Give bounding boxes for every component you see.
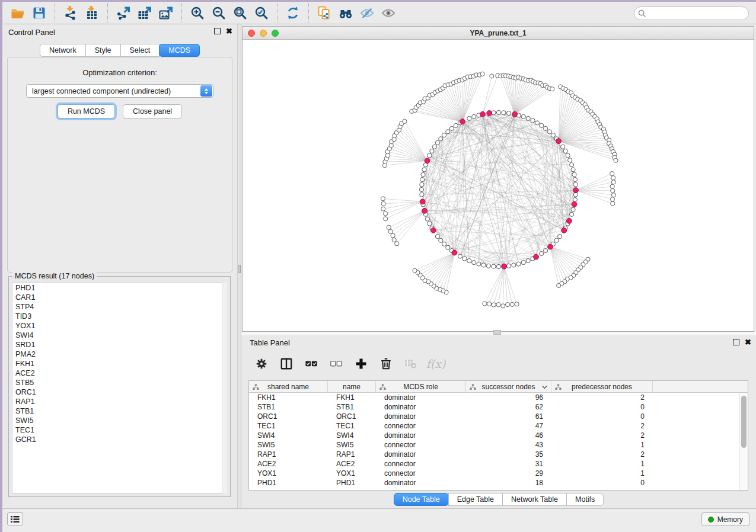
- network-node[interactable]: [467, 116, 471, 120]
- network-node[interactable]: [550, 87, 554, 91]
- network-node[interactable]: [610, 172, 614, 176]
- tab-network-table[interactable]: Network Table: [502, 493, 567, 506]
- network-node[interactable]: [526, 116, 530, 120]
- network-hub-node[interactable]: [572, 201, 577, 207]
- zoom-out-button[interactable]: [208, 4, 229, 22]
- network-node[interactable]: [540, 123, 544, 127]
- split-pane-button[interactable]: [278, 355, 295, 372]
- network-hub-node[interactable]: [420, 199, 425, 204]
- network-node[interactable]: [512, 263, 516, 267]
- network-node[interactable]: [381, 201, 385, 206]
- network-hub-node[interactable]: [562, 228, 567, 233]
- network-node[interactable]: [439, 137, 443, 141]
- tab-style[interactable]: Style: [85, 44, 121, 57]
- column-header-mcds-role[interactable]: MCDS role: [376, 381, 466, 393]
- cell-shared-name[interactable]: FKH1: [249, 393, 328, 402]
- network-node[interactable]: [384, 217, 388, 221]
- cell-mcds-role[interactable]: dominator: [376, 393, 466, 402]
- deselect-all-button[interactable]: [328, 355, 344, 372]
- show-all-button[interactable]: [378, 4, 399, 22]
- network-node[interactable]: [610, 197, 614, 201]
- cell-name[interactable]: SWI4: [328, 431, 376, 440]
- network-node[interactable]: [496, 264, 500, 268]
- network-node[interactable]: [551, 133, 555, 137]
- network-node[interactable]: [502, 111, 506, 115]
- network-node[interactable]: [521, 261, 525, 265]
- cell-shared-name[interactable]: ORC1: [249, 412, 328, 421]
- cell-successor-nodes[interactable]: 46: [466, 431, 551, 440]
- network-node[interactable]: [490, 74, 494, 78]
- horizontal-splitter-handle[interactable]: [493, 330, 501, 335]
- cell-shared-name[interactable]: TEC1: [249, 422, 328, 430]
- cell-mcds-role[interactable]: dominator: [376, 412, 466, 421]
- cell-predecessor-nodes[interactable]: 1: [551, 460, 653, 468]
- network-node[interactable]: [420, 182, 424, 187]
- cell-shared-name[interactable]: ACE2: [249, 460, 328, 468]
- cell-name[interactable]: ACE2: [328, 460, 376, 468]
- table-row-phd1[interactable]: PHD1PHD1dominator180: [249, 478, 739, 488]
- cell-predecessor-nodes[interactable]: 1: [551, 441, 653, 449]
- cell-name[interactable]: YOX1: [328, 469, 376, 477]
- vertical-splitter[interactable]: [237, 24, 241, 508]
- cell-mcds-role[interactable]: connector: [376, 422, 466, 430]
- network-node[interactable]: [432, 145, 436, 149]
- network-node[interactable]: [384, 211, 388, 216]
- select-all-button[interactable]: [303, 355, 320, 372]
- network-node[interactable]: [570, 212, 574, 216]
- network-canvas[interactable]: [243, 40, 754, 331]
- network-hub-node[interactable]: [480, 111, 486, 117]
- cell-name[interactable]: RAP1: [328, 450, 376, 459]
- cell-successor-nodes[interactable]: 29: [466, 469, 551, 477]
- network-node[interactable]: [571, 168, 575, 172]
- table-row-swi5[interactable]: SWI5SWI5connector431: [249, 440, 739, 450]
- network-node[interactable]: [381, 197, 385, 201]
- network-window-titlebar[interactable]: YPA_prune.txt_1: [243, 27, 754, 40]
- cell-successor-nodes[interactable]: 62: [466, 403, 551, 411]
- network-node[interactable]: [486, 264, 490, 268]
- mcds-result-item[interactable]: SWI4: [12, 331, 227, 340]
- tab-edge-table[interactable]: Edge Table: [448, 493, 503, 506]
- network-node[interactable]: [391, 233, 395, 238]
- network-hub-node[interactable]: [502, 264, 507, 269]
- network-node[interactable]: [611, 180, 615, 184]
- network-hub-node[interactable]: [548, 244, 553, 249]
- network-node[interactable]: [392, 238, 396, 242]
- network-node[interactable]: [506, 111, 511, 116]
- cell-successor-nodes[interactable]: 96: [466, 393, 551, 402]
- control-panel-close-button[interactable]: ✖: [226, 28, 232, 34]
- cell-successor-nodes[interactable]: 31: [466, 460, 551, 468]
- tab-select[interactable]: Select: [120, 44, 160, 57]
- cell-successor-nodes[interactable]: 43: [466, 441, 551, 449]
- table-scrollbar-thumb[interactable]: [741, 396, 747, 448]
- cell-mcds-role[interactable]: connector: [376, 441, 466, 449]
- network-node[interactable]: [428, 222, 432, 226]
- add-column-button[interactable]: [353, 355, 369, 372]
- hide-selected-button[interactable]: [356, 4, 378, 22]
- table-row-tec1[interactable]: TEC1TEC1connector472: [249, 421, 739, 431]
- tab-node-table[interactable]: Node Table: [394, 493, 449, 506]
- network-node[interactable]: [515, 302, 519, 306]
- table-row-fkh1[interactable]: FKH1FKH1dominator962: [249, 393, 739, 402]
- mcds-result-item[interactable]: CAR1: [12, 293, 227, 302]
- network-node[interactable]: [428, 153, 432, 158]
- network-node[interactable]: [472, 261, 476, 265]
- network-node[interactable]: [442, 242, 446, 246]
- network-node[interactable]: [481, 263, 486, 267]
- network-node[interactable]: [547, 130, 551, 134]
- mcds-result-item[interactable]: RAP1: [12, 397, 227, 406]
- cell-successor-nodes[interactable]: 61: [466, 412, 551, 421]
- network-node[interactable]: [571, 207, 575, 211]
- network-node[interactable]: [573, 182, 578, 187]
- mcds-result-item[interactable]: PMA2: [12, 350, 227, 359]
- network-node[interactable]: [420, 193, 424, 197]
- network-node[interactable]: [487, 302, 492, 306]
- network-node[interactable]: [458, 254, 462, 258]
- mcds-result-item[interactable]: TEC1: [12, 425, 227, 435]
- open-folder-button[interactable]: [7, 4, 28, 22]
- mcds-result-item[interactable]: SWI5: [12, 416, 227, 425]
- column-header-name[interactable]: name: [328, 381, 376, 393]
- network-node[interactable]: [516, 262, 521, 266]
- network-node[interactable]: [561, 145, 565, 149]
- cell-mcds-role[interactable]: dominator: [376, 479, 466, 487]
- table-row-stb1[interactable]: STB1STB1dominator620: [249, 402, 739, 412]
